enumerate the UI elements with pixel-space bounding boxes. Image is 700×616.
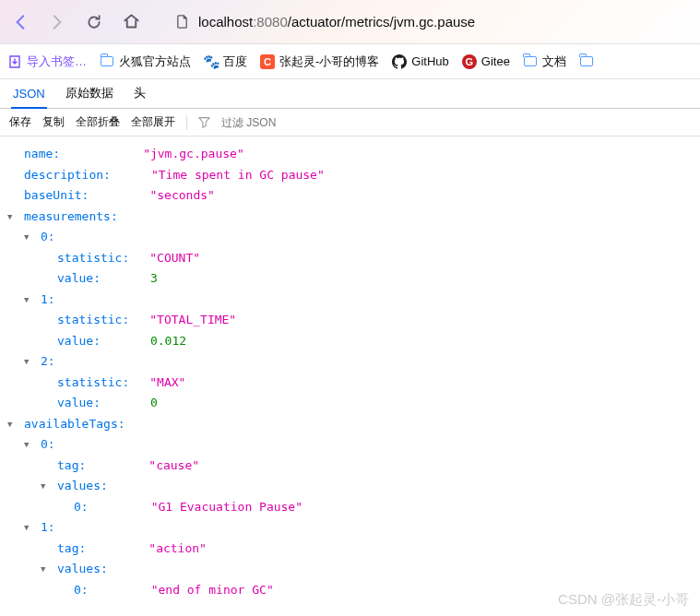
filter-input[interactable] [221, 116, 691, 129]
forward-button[interactable] [46, 11, 68, 33]
disclosure-triangle[interactable]: ▼ [7, 207, 18, 228]
import-icon [7, 54, 22, 69]
watermark: CSDN @张起灵-小哥 [558, 591, 689, 609]
json-key[interactable]: tag: [57, 539, 86, 560]
browser-toolbar: localhost:8080/actuator/metrics/jvm.gc.p… [0, 0, 700, 44]
document-icon [175, 15, 189, 29]
json-value[interactable]: "jvm.gc.pause" [143, 144, 244, 165]
disclosure-triangle[interactable]: ▼ [24, 227, 34, 248]
disclosure-triangle[interactable]: ▼ [24, 351, 34, 373]
json-key[interactable]: statistic: [57, 373, 129, 394]
json-key[interactable]: name: [24, 144, 60, 165]
bookmark-more[interactable] [579, 54, 594, 69]
github-icon [392, 54, 407, 69]
disclosure-triangle[interactable]: ▼ [24, 290, 34, 311]
disclosure-triangle[interactable]: ▼ [41, 559, 51, 580]
baidu-icon: 🐾 [204, 54, 219, 69]
folder-icon [580, 56, 593, 66]
home-button[interactable] [120, 11, 142, 33]
json-value[interactable]: "seconds" [149, 185, 214, 207]
url-bar[interactable]: localhost:8080/actuator/metrics/jvm.gc.p… [157, 14, 691, 30]
csdn-icon: C [260, 54, 275, 69]
json-key[interactable]: value: [57, 331, 101, 352]
json-value[interactable]: "Time spent in GC pause" [151, 165, 325, 186]
json-key[interactable]: statistic: [57, 248, 129, 269]
json-value[interactable]: 0.012 [150, 331, 186, 352]
json-key[interactable]: measurements: [24, 207, 118, 228]
json-key[interactable]: baseUnit: [24, 185, 89, 207]
json-key[interactable]: value: [57, 268, 101, 290]
bookmark-github[interactable]: GitHub [392, 54, 448, 69]
json-key[interactable]: value: [57, 393, 101, 414]
json-value[interactable]: "action" [148, 539, 207, 560]
bookmarks-bar: 导入书签… 火狐官方站点 🐾百度 C张起灵-小哥的博客 GitHub GGite… [0, 44, 700, 79]
json-value[interactable]: "G1 Evacuation Pause" [151, 497, 303, 518]
tab-head[interactable]: 头 [132, 78, 148, 108]
disclosure-triangle[interactable]: ▼ [24, 517, 34, 539]
bookmark-firefox[interactable]: 火狐官方站点 [100, 53, 191, 70]
json-value[interactable]: "COUNT" [149, 248, 200, 269]
bookmark-docs[interactable]: 文档 [523, 53, 566, 70]
json-value[interactable]: 0 [150, 393, 158, 414]
json-key[interactable]: 0: [74, 580, 89, 601]
folder-icon [101, 56, 113, 66]
disclosure-triangle[interactable]: ▼ [41, 476, 51, 497]
json-value[interactable]: "cause" [148, 456, 199, 477]
json-key[interactable]: 1: [41, 290, 55, 311]
disclosure-triangle[interactable]: ▼ [7, 414, 18, 435]
collapse-all-button[interactable]: 全部折叠 [76, 114, 120, 130]
bookmark-baidu[interactable]: 🐾百度 [204, 53, 247, 70]
json-key[interactable]: 0: [41, 227, 55, 248]
import-bookmarks[interactable]: 导入书签… [7, 53, 87, 70]
json-key[interactable]: 1: [41, 517, 55, 539]
json-key[interactable]: 2: [41, 351, 55, 373]
json-value[interactable]: "MAX" [149, 373, 185, 394]
json-toolbar: 保存 复制 全部折叠 全部展开 [0, 109, 700, 136]
json-key[interactable]: tag: [57, 456, 86, 477]
json-value[interactable]: 3 [150, 268, 158, 290]
separator [186, 115, 187, 130]
save-button[interactable]: 保存 [9, 114, 31, 130]
json-key[interactable]: description: [24, 165, 111, 186]
json-key[interactable]: 0: [41, 434, 55, 456]
tab-json[interactable]: JSON [11, 80, 47, 109]
url-text: localhost:8080/actuator/metrics/jvm.gc.p… [198, 14, 475, 30]
disclosure-triangle[interactable]: ▼ [24, 434, 34, 456]
copy-button[interactable]: 复制 [42, 114, 65, 130]
json-key[interactable]: statistic: [57, 310, 129, 331]
view-tabs: JSON 原始数据 头 [0, 79, 700, 109]
json-key[interactable]: 0: [74, 497, 89, 518]
filter-icon [198, 116, 210, 128]
json-tree: name:"jvm.gc.pause" description:"Time sp… [0, 136, 700, 608]
json-value[interactable]: "TOTAL_TIME" [149, 310, 236, 331]
folder-icon [524, 56, 537, 66]
bookmark-gitee[interactable]: GGitee [462, 54, 510, 69]
json-key[interactable]: values: [57, 559, 108, 580]
bookmark-blog[interactable]: C张起灵-小哥的博客 [260, 53, 379, 70]
back-button[interactable] [9, 11, 31, 33]
expand-all-button[interactable]: 全部展开 [131, 114, 175, 130]
reload-button[interactable] [83, 11, 105, 33]
json-key[interactable]: values: [57, 476, 108, 497]
json-key[interactable]: availableTags: [24, 414, 125, 435]
json-value[interactable]: "end of minor GC" [151, 580, 274, 601]
gitee-icon: G [462, 54, 477, 69]
tab-raw[interactable]: 原始数据 [64, 78, 115, 108]
